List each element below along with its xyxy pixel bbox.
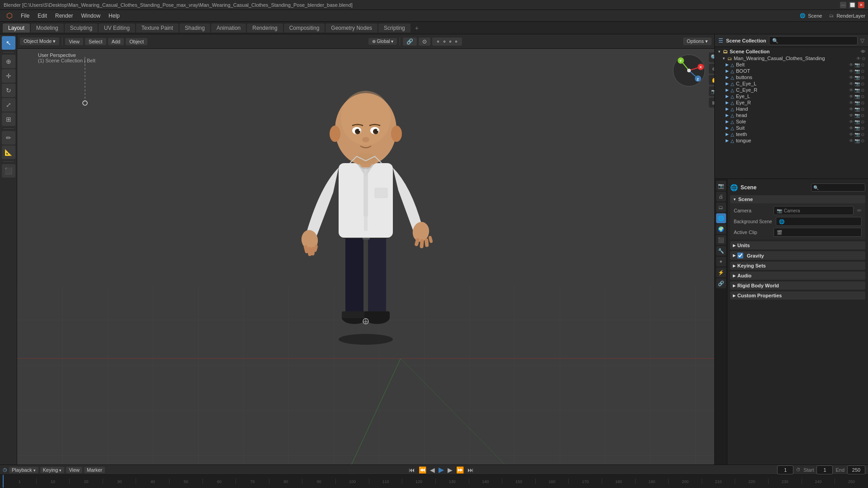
cursor-tool-button[interactable]: ⊕ (2, 55, 15, 68)
outliner-item-eye-r[interactable]: ▶ △ Eye_R 👁 📷 ⊙ (715, 99, 868, 106)
props-tab-particles[interactable]: ✦ (716, 257, 726, 267)
blender-logo-menu[interactable]: ⬡ (3, 10, 16, 21)
measure-tool-button[interactable]: 📐 (2, 145, 15, 159)
camera-view-button[interactable]: 📷 (709, 86, 714, 96)
teeth-camera-icon[interactable]: 📷 (854, 132, 860, 137)
menu-window[interactable]: Window (77, 12, 104, 20)
menu-file[interactable]: File (17, 12, 33, 20)
zoom-in-button[interactable]: 🔍 (709, 52, 714, 62)
step-forward-button[interactable]: ▶ (447, 466, 453, 474)
props-tab-physics[interactable]: ⚡ (716, 267, 726, 277)
eye-r-render-icon[interactable]: ⊙ (861, 100, 864, 105)
scale-tool-button[interactable]: ⤢ (2, 98, 15, 112)
c-eye-r-render-icon[interactable]: ⊙ (861, 88, 864, 93)
navigation-gizmo[interactable]: Y X Z 🔍 ⊖ ✋ 📷 ⊞ (671, 52, 707, 89)
suit-camera-icon[interactable]: 📷 (854, 126, 860, 131)
belt-camera-icon[interactable]: 📷 (854, 62, 860, 67)
outliner-item-buttons[interactable]: ▶ △ buttons 👁 📷 ⊙ (715, 74, 868, 80)
man-collection[interactable]: ▼ 🗂 Man_Wearing_Casual_Clothes_Standing … (715, 55, 868, 61)
eye-r-camera-icon[interactable]: 📷 (854, 100, 860, 105)
select-tool-button[interactable]: ↖ (2, 36, 15, 50)
outliner-item-belt[interactable]: ▶ △ Belt 👁 📷 ⊙ (715, 61, 868, 68)
man-select-icon[interactable]: ⊙ (862, 56, 865, 61)
add-workspace-button[interactable]: + (411, 23, 422, 33)
props-tab-modifiers[interactable]: 🔧 (716, 246, 726, 256)
tab-shading[interactable]: Shading (179, 23, 210, 33)
renderlayer-selector[interactable]: RenderLayer (836, 13, 865, 19)
props-tab-output[interactable]: 🖨 (716, 192, 726, 202)
eye-r-visibility-icon[interactable]: 👁 (849, 100, 854, 105)
outliner-item-head[interactable]: ▶ △ head 👁 📷 ⊙ (715, 112, 868, 118)
viewport-view-menu[interactable]: View (65, 38, 83, 45)
timeline-frames[interactable]: 1 10 20 30 40 50 60 70 80 90 100 110 120… (0, 475, 868, 488)
minimize-button[interactable]: — (840, 2, 846, 8)
c-eye-l-camera-icon[interactable]: 📷 (854, 81, 860, 86)
keying-menu[interactable]: Keying ▾ (40, 467, 65, 473)
buttons-visibility-icon[interactable]: 👁 (849, 75, 854, 80)
props-tab-view-layer[interactable]: 🗂 (716, 202, 726, 212)
tab-uv-editing[interactable]: UV Editing (99, 23, 135, 33)
outliner-filter-icon[interactable]: ▽ (860, 38, 864, 44)
tongue-visibility-icon[interactable]: 👁 (849, 138, 854, 143)
c-eye-r-camera-icon[interactable]: 📷 (854, 88, 860, 93)
outliner-item-teeth[interactable]: ▶ △ teeth 👁 📷 ⊙ (715, 131, 868, 137)
outliner-item-eye-l[interactable]: ▶ △ Eye_L 👁 📷 ⊙ (715, 93, 868, 99)
menu-render[interactable]: Render (52, 12, 76, 20)
viewport-add-menu[interactable]: Add (108, 38, 124, 45)
current-frame-input[interactable]: 1 (777, 465, 793, 474)
start-frame-input[interactable]: 1 (816, 465, 833, 474)
pan-button[interactable]: ✋ (709, 75, 714, 85)
tab-scripting[interactable]: Scripting (378, 23, 410, 33)
tongue-render-icon[interactable]: ⊙ (861, 138, 864, 143)
annotate-tool-button[interactable]: ✏ (2, 131, 15, 145)
transform-tool-button[interactable]: ⊞ (2, 113, 15, 126)
scene-section-header[interactable]: ▼ Scene (730, 195, 865, 203)
units-section-header[interactable]: ▶ Units (730, 241, 865, 249)
outliner-item-c-eye-r[interactable]: ▶ △ C_Eye_R 👁 📷 ⊙ (715, 87, 868, 93)
outliner-item-suit[interactable]: ▶ △ Suit 👁 📷 ⊙ (715, 125, 868, 131)
head-camera-icon[interactable]: 📷 (854, 113, 860, 118)
audio-section-header[interactable]: ▶ Audio (730, 272, 865, 280)
suit-visibility-icon[interactable]: 👁 (849, 126, 854, 131)
boot-camera-icon[interactable]: 📷 (854, 69, 860, 74)
c-eye-l-render-icon[interactable]: ⊙ (861, 81, 864, 86)
outliner-item-sole[interactable]: ▶ △ Sole 👁 📷 ⊙ (715, 118, 868, 125)
head-visibility-icon[interactable]: 👁 (849, 113, 854, 118)
belt-visibility-icon[interactable]: 👁 (849, 62, 854, 67)
belt-render-icon[interactable]: ⊙ (861, 62, 864, 67)
suit-render-icon[interactable]: ⊙ (861, 126, 864, 131)
tab-layout[interactable]: Layout (3, 23, 30, 33)
menu-help[interactable]: Help (105, 12, 123, 20)
toggle-quad-button[interactable]: ⊞ (709, 98, 714, 108)
outliner-item-c-eye-l[interactable]: ▶ △ C_Eye_L 👁 📷 ⊙ (715, 80, 868, 87)
tongue-camera-icon[interactable]: 📷 (854, 138, 860, 143)
man-visibility-icon[interactable]: 👁 (856, 56, 861, 61)
props-tab-constraints[interactable]: 🔗 (716, 278, 726, 288)
outliner-item-hand[interactable]: ▶ △ Hand 👁 📷 ⊙ (715, 106, 868, 112)
boot-visibility-icon[interactable]: 👁 (849, 69, 854, 74)
props-tab-render[interactable]: 📷 (716, 181, 726, 191)
tab-sculpting[interactable]: Sculpting (65, 23, 98, 33)
camera-value[interactable]: 📷 Camera (774, 206, 854, 215)
sole-camera-icon[interactable]: 📷 (854, 119, 860, 124)
viewport-3d[interactable]: Object Mode ▾ View Select Add Object ⊕ G… (17, 34, 714, 465)
viewport-options-button[interactable]: Options ▾ (683, 38, 712, 45)
transform-pivot-selector[interactable]: ⊕ Global ▾ (368, 38, 397, 45)
buttons-camera-icon[interactable]: 📷 (854, 75, 860, 80)
jump-end-button[interactable]: ⏭ (467, 466, 475, 474)
props-tab-object[interactable]: ⬛ (716, 235, 726, 245)
camera-edit-icon[interactable]: ✏ (857, 207, 862, 214)
boot-render-icon[interactable]: ⊙ (861, 69, 864, 74)
keying-sets-section-header[interactable]: ▶ Keying Sets (730, 262, 865, 270)
hand-camera-icon[interactable]: 📷 (854, 107, 860, 112)
playback-menu[interactable]: Playback ▾ (9, 467, 38, 473)
maximize-button[interactable]: ⬜ (849, 2, 855, 8)
rigid-body-section-header[interactable]: ▶ Rigid Body World (730, 282, 865, 290)
gravity-checkbox[interactable] (737, 253, 743, 258)
view-menu[interactable]: View (66, 467, 82, 473)
end-frame-input[interactable]: 250 (847, 465, 865, 474)
close-button[interactable]: ✕ (858, 2, 864, 8)
sole-render-icon[interactable]: ⊙ (861, 119, 864, 124)
scene-selector[interactable]: Scene (808, 13, 822, 19)
outliner-search-input[interactable] (769, 36, 858, 45)
